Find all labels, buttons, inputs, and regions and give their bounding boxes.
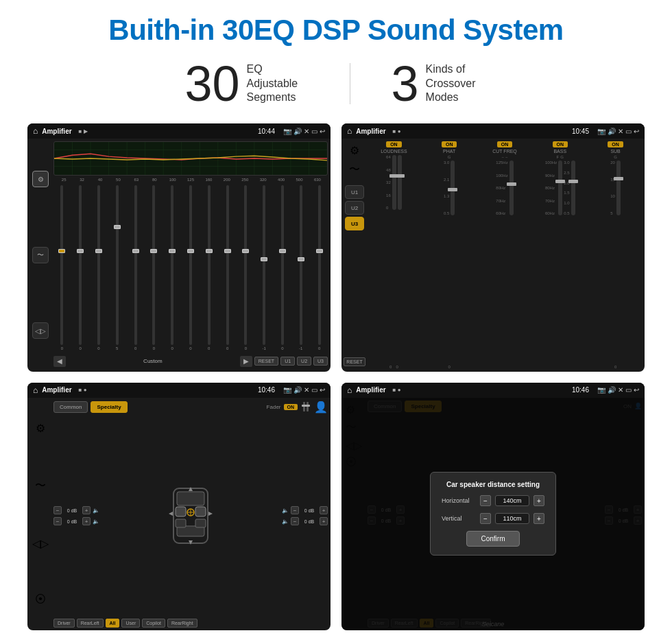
phat-fader[interactable]	[451, 160, 455, 215]
cutfreq-sliders: 125Hz100Hz80Hz70Hz60Hz	[496, 160, 513, 369]
slider-3[interactable]: 5	[108, 185, 125, 350]
copilot-btn[interactable]: Copilot	[142, 619, 165, 628]
common-tab-bl[interactable]: Common	[53, 401, 88, 413]
home-icon-2[interactable]: ⌂	[347, 126, 352, 136]
u1-btn[interactable]: U1	[280, 357, 295, 366]
status-bar-eq: ⌂ Amplifier ■ ▶ 10:44 📷 🔊 ✕ ▭ ↩	[27, 123, 331, 139]
vertical-plus[interactable]: +	[533, 513, 544, 524]
vertical-minus[interactable]: −	[480, 513, 491, 524]
vol-speaker-rl: 🔈	[93, 518, 99, 525]
all-btn[interactable]: All	[106, 619, 120, 628]
slider-9[interactable]: 0	[219, 185, 236, 350]
sub-on-btn[interactable]: ON	[608, 141, 623, 147]
speaker-distance-dialog: Car speaker distance setting Horizontal …	[430, 472, 556, 556]
cutfreq-fader[interactable]	[509, 160, 514, 215]
specialty-tab-bl[interactable]: Specialty	[91, 401, 127, 413]
rearright-btn[interactable]: RearRight	[167, 619, 197, 628]
home-icon[interactable]: ⌂	[33, 126, 38, 136]
vol-minus-fr[interactable]: −	[291, 506, 299, 514]
u2-btn[interactable]: U2	[297, 357, 311, 366]
slider-5[interactable]: 0	[145, 185, 163, 350]
spec-vol-btn[interactable]: ◁▷	[32, 537, 49, 550]
crossover-reset-btn[interactable]: RESET	[344, 357, 365, 366]
spec-bt-btn[interactable]: ⦿	[35, 593, 46, 606]
crossover-u1[interactable]: U1	[345, 185, 364, 199]
volume-icon-4: 🔊	[608, 386, 616, 394]
loudness-fader[interactable]	[392, 155, 396, 210]
home-icon-3[interactable]: ⌂	[33, 385, 38, 395]
eq-vol-btn[interactable]: ◁▷	[32, 322, 49, 339]
phat-on-btn[interactable]: ON	[442, 141, 457, 147]
specialty-right-icons: 📷 🔊 ✕ ▭ ↩	[283, 386, 325, 394]
horizontal-minus[interactable]: −	[480, 495, 491, 506]
x-icon: ✕	[304, 128, 309, 135]
slider-8[interactable]: 0	[200, 185, 217, 350]
slider-6[interactable]: 0	[164, 185, 181, 350]
slider-7[interactable]: 0	[182, 185, 200, 350]
sub-fader[interactable]	[616, 160, 621, 215]
loudness-fader2[interactable]	[398, 155, 402, 210]
vertical-value: 110cm	[495, 513, 529, 524]
slider-10[interactable]: 0	[237, 185, 254, 350]
slider-14[interactable]: 0	[311, 185, 328, 350]
vol-value-rl: 0 dB	[64, 519, 80, 524]
crossover-u3[interactable]: U3	[345, 217, 364, 230]
status-bar-crossover: ⌂ Amplifier ■ ● 10:45 📷 🔊 ✕ ▭ ↩	[341, 123, 645, 139]
eq-tune-btn[interactable]: ⚙	[32, 171, 49, 187]
cutfreq-on-btn[interactable]: ON	[497, 141, 513, 147]
crossover-sidebar: ⚙ 〜 U1 U2 U3 RESET	[344, 141, 365, 369]
vol-plus-fl[interactable]: +	[82, 506, 91, 514]
speaker-layout: − 0 dB + 🔈 − 0 dB + 🔈	[53, 416, 328, 617]
eq-wave-btn[interactable]: 〜	[32, 247, 49, 263]
cutfreq-label: CUT FREQ	[492, 149, 517, 154]
slider-12[interactable]: 0	[274, 185, 291, 350]
screen-dialog: ⌂ Amplifier ■ ● 10:46 📷 🔊 ✕ ▭ ↩ ⚙ 〜	[341, 383, 645, 631]
slider-13[interactable]: -1	[292, 185, 309, 350]
vol-minus-rl[interactable]: −	[53, 517, 62, 525]
next-btn[interactable]: ▶	[240, 356, 252, 367]
bass-fader1[interactable]	[558, 160, 562, 215]
home-icon-4[interactable]: ⌂	[347, 385, 352, 395]
driver-btn[interactable]: Driver	[53, 619, 75, 628]
vertical-label: Vertical	[442, 515, 476, 522]
spec-tune-btn[interactable]: ⚙	[36, 422, 45, 435]
left-vol-controls: − 0 dB + 🔈 − 0 dB + 🔈	[53, 416, 99, 617]
vol-speaker-rr: 🔈	[282, 518, 289, 525]
slider-4[interactable]: 0	[127, 185, 144, 350]
loudness-on-btn[interactable]: ON	[386, 141, 402, 147]
tune-btn-2[interactable]: ⚙	[350, 144, 359, 157]
horizontal-plus[interactable]: +	[533, 495, 544, 506]
vol-minus-rr[interactable]: −	[291, 517, 299, 525]
rearleft-btn[interactable]: RearLeft	[77, 619, 104, 628]
vol-plus-fr[interactable]: +	[320, 506, 328, 514]
spec-wave-btn[interactable]: 〜	[35, 479, 46, 493]
screen-crossover: ⌂ Amplifier ■ ● 10:45 📷 🔊 ✕ ▭ ↩ ⚙ 〜 U1	[341, 123, 645, 372]
u3-btn[interactable]: U3	[313, 357, 328, 366]
stats-row: 30 EQ Adjustable Segments 3 Kinds of Cro…	[27, 59, 645, 108]
specialty-rec-icon: ■ ●	[79, 387, 87, 393]
dialog-app-name: Amplifier	[356, 386, 385, 394]
vol-plus-rl[interactable]: +	[82, 517, 91, 525]
reset-btn[interactable]: RESET	[254, 357, 278, 366]
bass-fader2[interactable]	[571, 160, 575, 215]
slider-1[interactable]: 0	[72, 185, 89, 350]
svg-rect-20	[176, 507, 186, 516]
slider-2[interactable]: 0	[91, 185, 108, 350]
bass-on-btn[interactable]: ON	[553, 141, 568, 147]
fader-on-btn[interactable]: ON	[284, 404, 298, 410]
x-icon-3: ✕	[304, 386, 309, 394]
user-btn-bl[interactable]: User	[121, 619, 140, 628]
crossover-time: 10:45	[572, 128, 589, 135]
slider-11[interactable]: -1	[256, 185, 273, 350]
screen-eq: ⌂ Amplifier ■ ▶ 10:44 📷 🔊 ✕ ▭ ↩ ⚙ 〜 ◁▷	[27, 123, 331, 372]
vol-value-rr: 0 dB	[301, 519, 317, 524]
crossover-u2[interactable]: U2	[345, 201, 364, 215]
vol-control-fr: 🔈 − 0 dB +	[282, 506, 328, 514]
vol-minus-fl[interactable]: −	[53, 506, 62, 514]
loudness-sliders: 644832160	[386, 155, 402, 363]
wave-btn-2[interactable]: 〜	[349, 163, 360, 177]
prev-btn[interactable]: ◀	[53, 356, 66, 367]
slider-0[interactable]: 0	[53, 185, 71, 350]
confirm-button[interactable]: Confirm	[466, 531, 519, 547]
vol-plus-rr[interactable]: +	[320, 517, 328, 525]
